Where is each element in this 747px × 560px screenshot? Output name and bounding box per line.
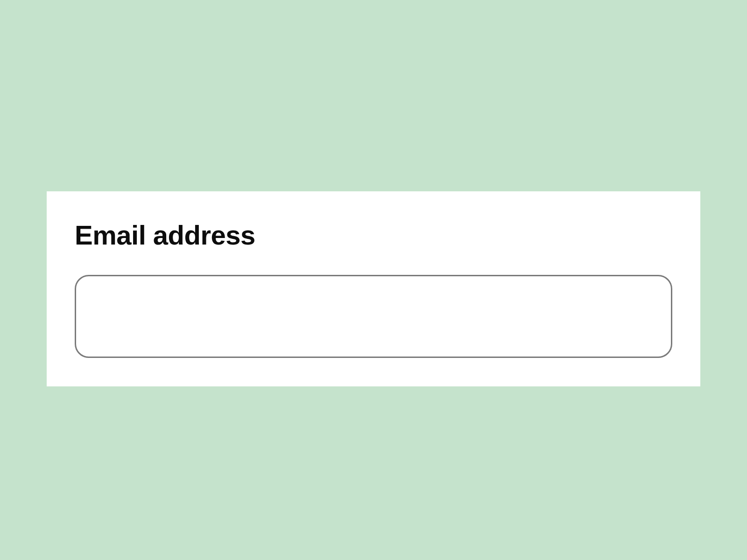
form-card: Email address [47,191,700,386]
email-label: Email address [75,219,672,251]
email-field[interactable] [75,275,672,358]
